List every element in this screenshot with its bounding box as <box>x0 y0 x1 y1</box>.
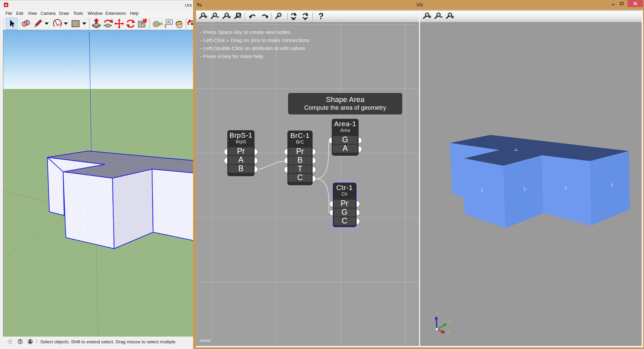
svg-text:A1: A1 <box>167 20 172 24</box>
svg-text:Y: Y <box>448 320 451 325</box>
svg-text:Z: Z <box>436 310 439 315</box>
svg-text:X: X <box>447 330 450 335</box>
svg-text:?: ? <box>318 11 324 21</box>
